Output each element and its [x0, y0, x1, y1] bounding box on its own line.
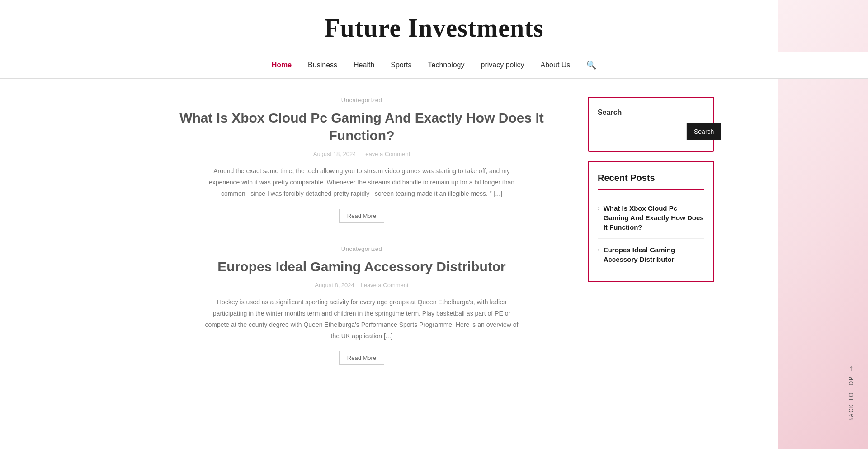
article-1-excerpt: Around the exact same time, the tech all…: [203, 165, 520, 200]
search-input[interactable]: [598, 123, 687, 140]
article-2-read-more[interactable]: Read More: [339, 351, 384, 365]
recent-post-title-2[interactable]: Europes Ideal Gaming Accessory Distribut…: [604, 245, 704, 264]
nav-item-privacy[interactable]: privacy policy: [481, 61, 524, 69]
nav-search-icon[interactable]: 🔍: [586, 60, 596, 70]
recent-post-item-2: › Europes Ideal Gaming Accessory Distrib…: [598, 239, 704, 270]
recent-post-item-1: › What Is Xbox Cloud Pc Gaming And Exact…: [598, 197, 704, 239]
nav-item-health[interactable]: Health: [354, 61, 374, 69]
nav-item-about[interactable]: About Us: [541, 61, 571, 69]
site-title[interactable]: Future Investments: [9, 14, 859, 43]
article-1-date: August 18, 2024: [313, 151, 356, 157]
nav-item-home[interactable]: Home: [272, 61, 292, 69]
sidebar: Search Search Recent Posts › What Is Xbo…: [588, 97, 714, 388]
search-widget-title: Search: [598, 109, 704, 117]
article-1-comment-link[interactable]: Leave a Comment: [362, 151, 410, 157]
article-2-date: August 8, 2024: [315, 282, 354, 288]
main-nav: Home Business Health Sports Technology p…: [0, 52, 868, 79]
article-2-category: Uncategorized: [154, 246, 570, 252]
main-content: Uncategorized What Is Xbox Cloud Pc Gami…: [154, 97, 570, 388]
article-2-title[interactable]: Europes Ideal Gaming Accessory Distribut…: [154, 258, 570, 275]
article-1-meta: August 18, 2024 Leave a Comment: [154, 151, 570, 157]
back-to-top[interactable]: ↑ Back To Top: [848, 364, 854, 422]
recent-posts-title: Recent Posts: [598, 173, 704, 190]
recent-post-bullet-2: ›: [598, 246, 600, 254]
article-2-meta: August 8, 2024 Leave a Comment: [154, 282, 570, 288]
article-1-title[interactable]: What Is Xbox Cloud Pc Gaming And Exactly…: [154, 109, 570, 144]
article-2-excerpt: Hockey is used as a significant sporting…: [203, 297, 520, 342]
article-card-2: Uncategorized Europes Ideal Gaming Acces…: [154, 246, 570, 365]
search-widget: Search Search: [588, 97, 714, 152]
nav-item-technology[interactable]: Technology: [428, 61, 465, 69]
article-card-1: Uncategorized What Is Xbox Cloud Pc Gami…: [154, 97, 570, 223]
page-container: Uncategorized What Is Xbox Cloud Pc Gami…: [145, 79, 723, 406]
nav-item-business[interactable]: Business: [308, 61, 337, 69]
article-2-comment-link[interactable]: Leave a Comment: [360, 282, 408, 288]
back-to-top-label: Back To Top: [848, 376, 854, 422]
article-1-read-more[interactable]: Read More: [339, 209, 384, 223]
back-to-top-arrow: ↑: [849, 364, 854, 373]
article-1-category: Uncategorized: [154, 97, 570, 104]
site-header: Future Investments: [0, 0, 868, 52]
recent-post-bullet-1: ›: [598, 205, 600, 212]
recent-posts-widget: Recent Posts › What Is Xbox Cloud Pc Gam…: [588, 161, 714, 282]
recent-post-title-1[interactable]: What Is Xbox Cloud Pc Gaming And Exactly…: [604, 203, 704, 232]
search-form: Search: [598, 123, 704, 140]
search-button[interactable]: Search: [687, 123, 721, 140]
nav-item-sports[interactable]: Sports: [391, 61, 411, 69]
